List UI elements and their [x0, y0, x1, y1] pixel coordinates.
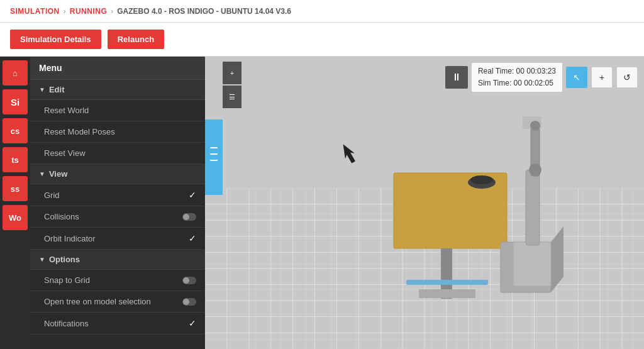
view-arrow-icon: ▼: [39, 170, 45, 177]
edit-section-label: Edit: [49, 85, 65, 94]
viewport-tool-select[interactable]: +: [223, 62, 242, 84]
breadcrumb-running[interactable]: RUNNING: [70, 7, 108, 16]
svg-rect-38: [513, 242, 551, 286]
menu-title: Menu: [30, 57, 205, 80]
pause-button[interactable]: ⏸: [445, 66, 468, 89]
svg-marker-35: [551, 226, 564, 292]
si-label: Si: [11, 97, 19, 108]
menu-item-snap-to-grid[interactable]: Snap to Grid: [30, 270, 205, 291]
svg-marker-44: [339, 142, 358, 165]
orbit-check-icon: ✓: [189, 233, 196, 243]
menu-section-view[interactable]: ▼ View: [30, 164, 205, 184]
menu-item-reset-model-poses[interactable]: Reset Model Poses: [30, 121, 205, 143]
menu-item-collisions[interactable]: Collisions: [30, 206, 205, 228]
open-tree-label: Open tree on model selection: [44, 297, 151, 306]
refresh-tool-button[interactable]: ↺: [616, 67, 638, 88]
menu-item-orbit-indicator[interactable]: Orbit Indicator ✓: [30, 228, 205, 250]
collisions-toggle[interactable]: [182, 213, 196, 221]
sim-time-label: Sim Time:: [478, 79, 511, 87]
view-section-label: View: [49, 169, 67, 179]
viewport-tool-list[interactable]: ☰: [223, 86, 242, 108]
grid-label: Grid: [44, 191, 60, 200]
relaunch-button[interactable]: Relaunch: [108, 30, 165, 49]
breadcrumb-sep2: ›: [111, 7, 113, 16]
collisions-label: Collisions: [44, 212, 79, 221]
menu-section-options[interactable]: ▼ Options: [30, 250, 205, 270]
add-tool-button[interactable]: +: [591, 67, 613, 88]
reset-world-label: Reset World: [44, 106, 89, 115]
snap-to-grid-toggle[interactable]: [182, 277, 196, 284]
sidebar-wo-button[interactable]: Wo: [3, 205, 28, 230]
notifications-label: Notifications: [44, 319, 89, 328]
plus-icon: +: [599, 72, 604, 82]
svg-rect-45: [205, 119, 223, 195]
menu-item-grid[interactable]: Grid ✓: [30, 184, 205, 206]
real-time-display: Real Time: 00 00:03:23: [478, 65, 556, 77]
viewport-side-buttons: + ☰: [223, 57, 242, 108]
menu-panel: Menu ▼ Edit Reset World Reset Model Pose…: [30, 57, 205, 349]
cursor-icon: ↖: [573, 72, 580, 82]
top-bar: SIMULATION › RUNNING › GAZEBO 4.0 - ROS …: [0, 0, 644, 23]
options-section-label: Options: [49, 255, 80, 264]
reset-view-label: Reset View: [44, 148, 86, 158]
reset-model-poses-label: Reset Model Poses: [44, 127, 115, 136]
refresh-icon: ↺: [623, 72, 631, 82]
real-time-value: 00 00:03:23: [516, 67, 556, 75]
sidebar-cs-button[interactable]: cs: [3, 118, 28, 143]
sidebar-ss-button[interactable]: ss: [3, 176, 28, 201]
scene-objects: [205, 57, 644, 349]
viewport-toolbar: ⏸ Real Time: 00 00:03:23 Sim Time: 00 00…: [445, 63, 638, 92]
pause-icon: ⏸: [452, 72, 462, 83]
svg-point-37: [470, 175, 493, 184]
menu-section-edit[interactable]: ▼ Edit: [30, 80, 205, 100]
home-icon: ⌂: [13, 69, 18, 78]
orbit-indicator-label: Orbit Indicator: [44, 234, 96, 243]
simulation-details-button[interactable]: Simulation Details: [10, 30, 101, 49]
sidebar-ts-button[interactable]: ts: [3, 147, 28, 172]
action-bar: Simulation Details Relaunch: [0, 23, 644, 57]
svg-point-43: [530, 121, 540, 131]
real-time-label: Real Time:: [478, 67, 514, 75]
cs-label: cs: [11, 126, 19, 136]
time-display: Real Time: 00 00:03:23 Sim Time: 00 00:0…: [472, 63, 562, 92]
3d-viewport[interactable]: + ☰ ⏸ Real Time: 00 00:03:23 Sim Time: 0…: [205, 57, 644, 349]
svg-point-42: [529, 163, 541, 176]
icon-sidebar: ⌂ Si cs ts ss Wo: [0, 57, 30, 349]
breadcrumb-title: GAZEBO 4.0 - ROS INDIGO - UBUNTU 14.04 V…: [117, 7, 291, 16]
open-tree-toggle[interactable]: [182, 298, 196, 306]
snap-to-grid-label: Snap to Grid: [44, 275, 90, 285]
grid-check-icon: ✓: [189, 190, 196, 200]
svg-rect-32: [419, 289, 475, 298]
sim-time-display: Sim Time: 00 00:02:05: [478, 77, 556, 89]
sim-time-value: 00 00:02:05: [514, 79, 553, 87]
breadcrumb-simulation[interactable]: SIMULATION: [10, 7, 60, 16]
breadcrumb-sep1: ›: [64, 7, 66, 16]
cursor-tool-button[interactable]: ↖: [566, 67, 587, 88]
sidebar-home-button[interactable]: ⌂: [3, 60, 28, 86]
edit-arrow-icon: ▼: [39, 86, 45, 93]
main-layout: ⌂ Si cs ts ss Wo Menu ▼ Edit Reset World…: [0, 57, 644, 349]
ss-label: ss: [11, 184, 19, 194]
menu-item-notifications[interactable]: Notifications ✓: [30, 313, 205, 335]
notifications-check-icon: ✓: [189, 318, 196, 328]
wo-label: Wo: [9, 213, 21, 223]
options-arrow-icon: ▼: [39, 256, 45, 263]
sidebar-si-button[interactable]: Si: [3, 89, 28, 114]
menu-item-reset-view[interactable]: Reset View: [30, 143, 205, 164]
svg-rect-39: [526, 170, 540, 245]
menu-item-reset-world[interactable]: Reset World: [30, 100, 205, 121]
ts-label: ts: [11, 155, 19, 165]
svg-rect-33: [406, 280, 488, 285]
menu-item-open-tree[interactable]: Open tree on model selection: [30, 291, 205, 313]
